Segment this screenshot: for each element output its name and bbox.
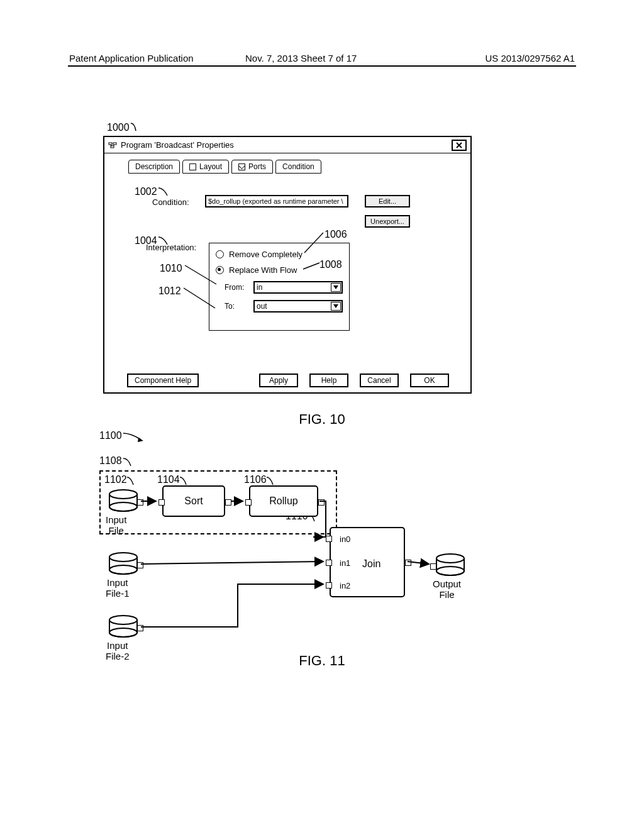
ref-1006: 1006 [325,229,347,240]
interpretation-panel: Remove Completely Replace With Flow From… [209,243,350,331]
svg-point-16 [436,554,464,563]
tabs: Description Layout Ports Condition [128,160,321,174]
in1-port [326,560,332,566]
figure-10: 1000 Program 'Broadcast' Properties Desc… [103,136,473,394]
in2-port [326,582,332,589]
svg-marker-9 [138,438,143,442]
chevron-down-icon [331,302,341,311]
svg-line-22 [141,562,323,564]
input-file-1-node [108,552,141,578]
cancel-button[interactable]: Cancel [360,374,399,387]
svg-rect-2 [111,146,114,148]
close-icon [455,141,463,149]
rollup-node: Rollup [249,485,318,517]
radio-checked-icon [216,266,224,274]
button-bar: Component Help Apply Help Cancel OK [127,374,449,387]
output-port [137,562,143,568]
svg-point-11 [109,502,137,511]
ok-button[interactable]: OK [410,374,449,387]
sort-node: Sort [162,485,225,517]
input-port [158,499,165,506]
output-port [137,499,143,506]
ref-1012: 1012 [158,285,181,297]
interpretation-label: Interpretation: [146,243,196,252]
output-file-node [435,553,468,580]
join-node: in0 in1 in2 Join [330,527,405,597]
ref-1010: 1010 [160,263,182,274]
header-left: Patent Application Publication [69,53,194,64]
radio-replace-with-flow[interactable]: Replace With Flow [216,265,343,275]
input-file-1-label: Input File-1 [106,577,130,599]
svg-rect-1 [113,143,116,145]
svg-point-10 [109,490,137,499]
apply-button[interactable]: Apply [259,374,298,387]
in0-port [326,536,332,542]
component-help-button[interactable]: Component Help [127,374,199,387]
input-port [245,499,252,506]
figure-11-caption: FIG. 11 [0,653,644,669]
tab-condition[interactable]: Condition [275,160,321,174]
from-label: From: [225,283,248,292]
svg-marker-8 [333,304,338,308]
figure-11: 1100 1108 1102 1104 1106 1110 Input File… [99,429,502,674]
ref-1000: 1000 [107,122,145,133]
input-port [430,563,436,570]
close-button[interactable] [452,140,467,151]
dialog-title: Program 'Broadcast' Properties [121,140,452,150]
figure-10-caption: FIG. 10 [0,411,644,428]
output-port [405,560,411,566]
port-label-in0: in0 [340,534,350,544]
from-select[interactable]: in [253,281,343,294]
svg-point-17 [436,567,464,575]
help-button[interactable]: Help [309,374,348,387]
ref-1002: 1002 [135,186,172,197]
output-port [137,625,143,631]
chevron-down-icon [331,283,341,292]
titlebar: Program 'Broadcast' Properties [104,137,470,153]
tab-ports[interactable]: Ports [231,160,273,174]
edit-button[interactable]: Edit... [365,195,410,208]
tab-description[interactable]: Description [128,160,180,174]
header-rule [68,65,576,67]
input-file-2-node [108,615,141,641]
svg-rect-0 [109,143,112,145]
header-right: US 2013/0297562 A1 [485,53,575,64]
port-label-in2: in2 [340,581,350,590]
unexport-button[interactable]: Unexport... [365,215,410,228]
tab-layout[interactable]: Layout [182,160,229,174]
flow-arrows [99,429,502,674]
input-file-node [108,489,141,516]
radio-unchecked-icon [216,250,224,258]
svg-point-13 [109,565,137,574]
input-file-label: Input File [106,514,126,536]
properties-dialog: Program 'Broadcast' Properties Descripti… [103,136,472,394]
svg-point-14 [109,616,137,624]
port-label-in1: in1 [340,558,350,568]
output-port [318,499,325,506]
to-select[interactable]: out [253,300,343,313]
to-label: To: [225,302,248,311]
output-port [225,499,231,506]
svg-point-12 [109,553,137,562]
program-icon [108,141,117,149]
header-mid: Nov. 7, 2013 Sheet 7 of 17 [245,53,357,64]
svg-marker-7 [333,285,338,289]
page-header: Patent Application Publication Nov. 7, 2… [0,53,644,64]
condition-label: Condition: [152,197,189,207]
svg-point-15 [109,628,137,637]
checkbox-checked-icon [238,163,245,170]
ref-1100: 1100 [99,430,145,442]
ref-1108: 1108 [99,455,137,467]
condition-input[interactable] [205,195,348,208]
checkbox-icon [189,163,196,170]
radio-remove-completely[interactable]: Remove Completely [216,250,343,259]
output-file-label: Output File [433,578,461,600]
